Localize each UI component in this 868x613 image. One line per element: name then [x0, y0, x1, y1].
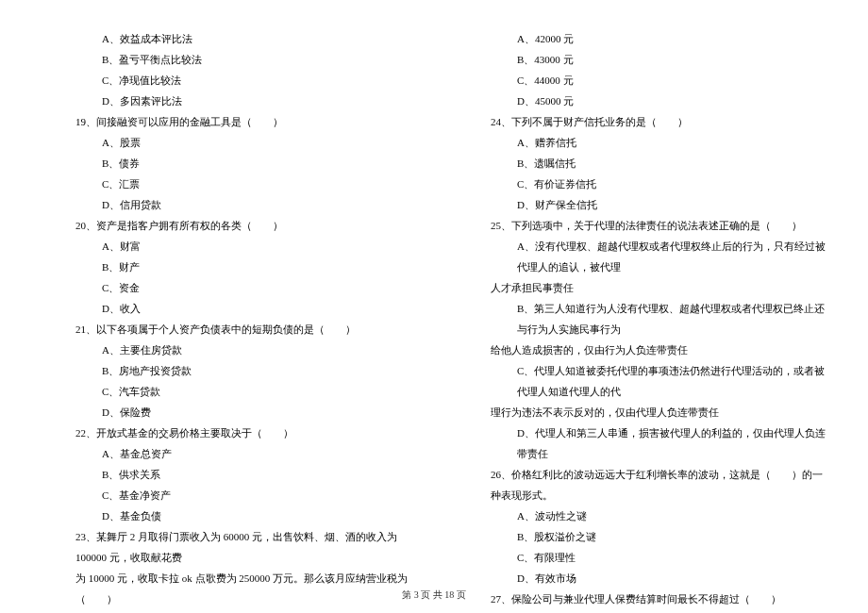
- option-item: D、收入: [102, 298, 415, 319]
- page-content: A、效益成本评比法 B、盈亏平衡点比较法 C、净现值比较法 D、多因素评比法 1…: [0, 0, 868, 613]
- option-item: D、信用贷款: [102, 194, 415, 215]
- option-item: B、房地产投资贷款: [102, 360, 415, 381]
- option-item: A、42000 元: [517, 28, 830, 49]
- option-item: D、45000 元: [517, 91, 830, 111]
- option-item: C、净现值比较法: [102, 70, 415, 91]
- option-item: C、有价证券信托: [517, 174, 830, 194]
- option-item: A、1 个月: [517, 609, 830, 613]
- option-cont: 人才承担民事责任: [491, 277, 830, 298]
- question-stem: 21、以下各项属于个人资产负债表中的短期负债的是（ ）: [75, 319, 415, 340]
- option-item: A、主要住房贷款: [102, 340, 415, 360]
- left-column: A、效益成本评比法 B、盈亏平衡点比较法 C、净现值比较法 D、多因素评比法 1…: [0, 28, 434, 613]
- option-item: A、波动性之谜: [517, 505, 830, 526]
- option-item: B、股权溢价之谜: [517, 526, 830, 547]
- page-footer: 第 3 页 共 18 页: [0, 588, 868, 602]
- option-item: B、遗嘱信托: [517, 153, 830, 174]
- option-item: D、有效市场: [517, 568, 830, 588]
- option-item: C、资金: [102, 277, 415, 298]
- option-item: D、保险费: [102, 402, 415, 422]
- option-item: C、有限理性: [517, 547, 830, 568]
- question-stem: 22、开放式基金的交易价格主要取决于（ ）: [75, 422, 415, 443]
- option-cont: 给他人造成损害的，仅由行为人负连带责任: [491, 340, 830, 360]
- option-item: A、财富: [102, 236, 415, 257]
- option-item: C、基金净资产: [102, 485, 415, 505]
- option-item: C、44000 元: [517, 70, 830, 91]
- right-column: A、42000 元 B、43000 元 C、44000 元 D、45000 元 …: [434, 28, 868, 613]
- question-stem: 23、某舞厅 2 月取得门票收入为 60000 元，出售饮料、烟、酒的收入为 1…: [75, 526, 415, 568]
- option-item: B、第三人知道行为人没有代理权、超越代理权或者代理权已终止还与行为人实施民事行为: [517, 298, 830, 340]
- option-item: C、汇票: [102, 174, 415, 194]
- option-item: B、供求关系: [102, 464, 415, 485]
- option-item: B、债券: [102, 153, 415, 174]
- option-item: A、赠养信托: [517, 132, 830, 153]
- option-cont: 理行为违法不表示反对的，仅由代理人负连带责任: [491, 402, 830, 422]
- question-stem: 24、下列不属于财产信托业务的是（ ）: [491, 111, 830, 132]
- question-stem: 25、下列选项中，关于代理的法律责任的说法表述正确的是（ ）: [491, 215, 830, 236]
- option-item: D、多因素评比法: [102, 91, 415, 111]
- option-item: A、没有代理权、超越代理权或者代理权终止后的行为，只有经过被代理人的追认，被代理: [517, 236, 830, 277]
- option-item: B、财产: [102, 257, 415, 277]
- option-item: B、盈亏平衡点比较法: [102, 49, 415, 70]
- question-stem: 19、间接融资可以应用的金融工具是（ ）: [75, 111, 415, 132]
- option-item: A、效益成本评比法: [102, 28, 415, 49]
- option-item: A、基金总资产: [102, 443, 415, 464]
- question-stem: 26、价格红利比的波动远远大于红利增长率的波动，这就是（ ）的一种表现形式。: [491, 464, 830, 505]
- option-item: C、汽车贷款: [102, 381, 415, 402]
- question-stem: 20、资产是指客户拥有所有权的各类（ ）: [75, 215, 415, 236]
- option-item: D、财产保全信托: [517, 194, 830, 215]
- option-item: D、代理人和第三人串通，损害被代理人的利益的，仅由代理人负连带责任: [517, 422, 830, 464]
- option-item: C、代理人知道被委托代理的事项违法仍然进行代理活动的，或者被代理人知道代理人的代: [517, 360, 830, 402]
- option-item: A、股票: [102, 132, 415, 153]
- option-item: D、基金负债: [102, 505, 415, 526]
- option-item: B、43000 元: [517, 49, 830, 70]
